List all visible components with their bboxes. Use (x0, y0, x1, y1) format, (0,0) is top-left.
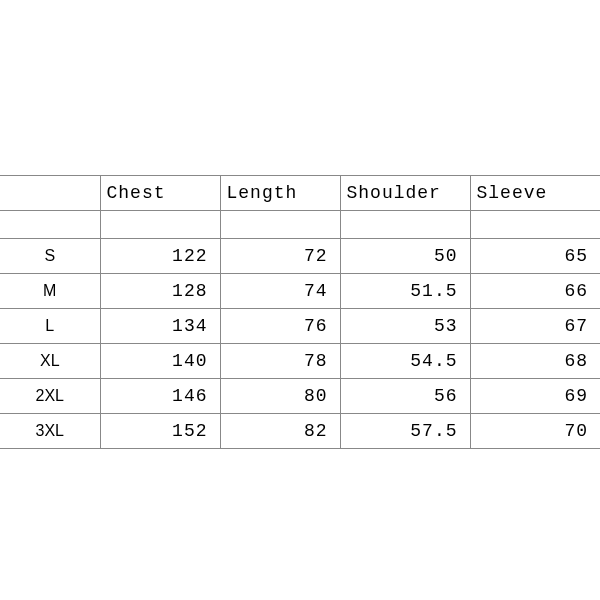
cell-length: 76 (220, 309, 340, 344)
cell-shoulder: 51.5 (340, 274, 470, 309)
size-chart-table: Chest Length Shoulder Sleeve S 122 72 50… (0, 175, 600, 449)
table-header-row: Chest Length Shoulder Sleeve (0, 176, 600, 211)
cell-shoulder: 57.5 (340, 414, 470, 449)
cell-sleeve: 67 (470, 309, 600, 344)
table-row: S 122 72 50 65 (0, 239, 600, 274)
cell-chest: 134 (100, 309, 220, 344)
cell-length: 74 (220, 274, 340, 309)
cell-sleeve: 68 (470, 344, 600, 379)
cell-sleeve: 66 (470, 274, 600, 309)
cell-chest: 122 (100, 239, 220, 274)
cell-size: 2XL (0, 379, 100, 414)
cell-length: 80 (220, 379, 340, 414)
cell-size: S (0, 239, 100, 274)
cell-shoulder: 53 (340, 309, 470, 344)
cell-length: 82 (220, 414, 340, 449)
cell-shoulder: 54.5 (340, 344, 470, 379)
table-row: 2XL 146 80 56 69 (0, 379, 600, 414)
cell-chest: 140 (100, 344, 220, 379)
table-row: L 134 76 53 67 (0, 309, 600, 344)
cell-length: 72 (220, 239, 340, 274)
cell-shoulder: 50 (340, 239, 470, 274)
cell-size: L (0, 309, 100, 344)
table-row: 3XL 152 82 57.5 70 (0, 414, 600, 449)
header-chest: Chest (100, 176, 220, 211)
header-length: Length (220, 176, 340, 211)
cell-sleeve: 70 (470, 414, 600, 449)
cell-shoulder: 56 (340, 379, 470, 414)
cell-size: 3XL (0, 414, 100, 449)
table-row: M 128 74 51.5 66 (0, 274, 600, 309)
header-shoulder: Shoulder (340, 176, 470, 211)
cell-sleeve: 69 (470, 379, 600, 414)
cell-size: M (0, 274, 100, 309)
table-row: XL 140 78 54.5 68 (0, 344, 600, 379)
cell-chest: 146 (100, 379, 220, 414)
cell-length: 78 (220, 344, 340, 379)
header-size (0, 176, 100, 211)
cell-size: XL (0, 344, 100, 379)
cell-chest: 152 (100, 414, 220, 449)
table: Chest Length Shoulder Sleeve S 122 72 50… (0, 175, 600, 449)
header-sleeve: Sleeve (470, 176, 600, 211)
cell-sleeve: 65 (470, 239, 600, 274)
spacer-row (0, 211, 600, 239)
cell-chest: 128 (100, 274, 220, 309)
